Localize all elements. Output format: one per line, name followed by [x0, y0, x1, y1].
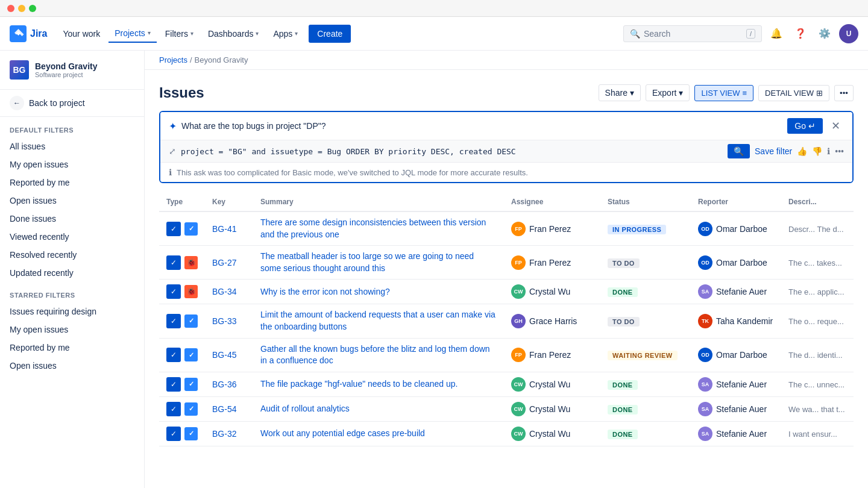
nav-dashboards[interactable]: Dashboards ▾ — [202, 25, 265, 42]
export-button[interactable]: Export ▾ — [646, 84, 690, 101]
nav-projects[interactable]: Projects ▾ — [108, 25, 157, 43]
breadcrumb-separator: / — [190, 55, 192, 64]
issue-key-link[interactable]: BG-54 — [212, 404, 236, 414]
table-row: ✓ ✓ BG-54 Audit of rollout analytics CW … — [159, 396, 854, 421]
search-slash-shortcut: / — [746, 29, 755, 39]
sidebar-item-starred-my-open-issues[interactable]: My open issues — [0, 321, 144, 339]
close-ai-button[interactable]: ✕ — [828, 118, 844, 134]
sidebar-project[interactable]: BG Beyond Gravity Software project — [0, 51, 144, 90]
jira-logo[interactable]: Jira — [10, 25, 47, 42]
description-preview: The d... identi... — [788, 351, 843, 360]
notifications-button[interactable]: 🔔 — [767, 24, 786, 43]
nav-apps[interactable]: Apps ▾ — [267, 25, 304, 42]
share-button[interactable]: Share ▾ — [599, 84, 641, 101]
sidebar-item-all-issues[interactable]: All issues — [0, 137, 144, 155]
row-checkbox[interactable]: ✓ — [166, 348, 181, 362]
back-to-project-button[interactable]: ← Back to project — [0, 90, 144, 117]
issues-table-body: ✓ ✓ BG-41 There are some design inconsis… — [159, 211, 854, 446]
issue-summary-link[interactable]: The meatball header is too large so we a… — [260, 251, 474, 273]
issue-key-link[interactable]: BG-32 — [212, 429, 236, 439]
create-button[interactable]: Create — [309, 25, 351, 43]
assignee-avatar: CW — [511, 377, 526, 392]
help-button[interactable]: ❓ — [791, 24, 810, 43]
breadcrumb-projects-link[interactable]: Projects — [159, 55, 187, 64]
jql-search-button[interactable]: 🔍 — [728, 144, 750, 158]
issue-summary-link[interactable]: Limit the amount of backend requests tha… — [260, 310, 495, 331]
issue-summary-link[interactable]: Audit of rollout analytics — [260, 404, 350, 413]
close-button-dot[interactable] — [7, 5, 14, 12]
minimize-button-dot[interactable] — [18, 5, 25, 12]
issue-key-link[interactable]: BG-36 — [212, 380, 236, 389]
jql-expand-icon[interactable]: ⤢ — [169, 146, 176, 156]
cell-assignee: FP Fran Perez — [504, 246, 600, 280]
assignee-name: Fran Perez — [529, 350, 571, 360]
issue-summary-link[interactable]: Why is the error icon not showing? — [260, 287, 390, 296]
issue-key-link[interactable]: BG-27 — [212, 258, 236, 267]
sidebar-item-reported-by-me[interactable]: Reported by me — [0, 174, 144, 192]
cell-summary: Gather all the known bugs before the bli… — [253, 338, 504, 372]
info-icon-action[interactable]: ℹ — [827, 146, 830, 156]
thumbs-down-icon[interactable]: 👎 — [812, 146, 822, 156]
row-checkbox[interactable]: ✓ — [166, 255, 181, 270]
description-preview: The c... takes... — [788, 258, 842, 267]
row-checkbox[interactable]: ✓ — [166, 314, 181, 328]
cell-type: ✓ 🐞 — [159, 246, 205, 280]
search-box[interactable]: 🔍 Search / — [623, 25, 762, 42]
row-checkbox[interactable]: ✓ — [166, 427, 181, 441]
cell-key: BG-36 — [205, 372, 253, 396]
maximize-button-dot[interactable] — [29, 5, 36, 12]
topbar-right: 🔍 Search / 🔔 ❓ ⚙️ U — [623, 24, 858, 43]
status-badge: WAITING REVIEW — [608, 351, 678, 360]
issue-summary-link[interactable]: Gather all the known bugs before the bli… — [260, 344, 490, 366]
reporter-avatar: SA — [698, 377, 712, 392]
user-avatar[interactable]: U — [839, 24, 858, 43]
nav-your-work[interactable]: Your work — [57, 25, 106, 42]
reporter-name: Taha Kandemir — [716, 316, 773, 326]
issue-summary-link[interactable]: Work out any potential edge cases pre-bu… — [260, 428, 425, 438]
issues-table: Type Key Summary Assignee Status Reporte… — [159, 193, 854, 446]
status-badge: DONE — [608, 380, 638, 390]
sidebar-item-done-issues[interactable]: Done issues — [0, 210, 144, 228]
sidebar-item-my-open-issues[interactable]: My open issues — [0, 155, 144, 174]
detail-view-button[interactable]: DETAIL VIEW ⊞ — [758, 85, 829, 101]
issue-key-link[interactable]: BG-45 — [212, 350, 236, 360]
cell-status: DONE — [600, 280, 691, 304]
cell-key: BG-45 — [205, 338, 253, 372]
sidebar-item-viewed-recently[interactable]: Viewed recently — [0, 228, 144, 246]
reporter-avatar: OD — [698, 348, 712, 362]
sidebar-item-updated-recently[interactable]: Updated recently — [0, 264, 144, 282]
issue-key-link[interactable]: BG-33 — [212, 316, 236, 326]
task-type-icon: ✓ — [184, 402, 198, 416]
thumbs-up-icon[interactable]: 👍 — [797, 146, 807, 156]
breadcrumb: Projects / Beyond Gravity — [145, 51, 868, 70]
row-checkbox[interactable]: ✓ — [166, 284, 181, 299]
list-view-button[interactable]: LIST VIEW ≡ — [694, 85, 753, 101]
cell-assignee: CW Crystal Wu — [504, 372, 600, 396]
row-checkbox[interactable]: ✓ — [166, 402, 181, 416]
issue-key-link[interactable]: BG-41 — [212, 224, 236, 234]
cell-description: The o... reque... — [781, 304, 854, 338]
sidebar-item-open-issues[interactable]: Open issues — [0, 192, 144, 210]
jql-input[interactable] — [181, 147, 723, 156]
description-preview: The c... unnec... — [788, 380, 844, 389]
row-checkbox[interactable]: ✓ — [166, 377, 181, 392]
more-actions-icon[interactable]: ••• — [835, 146, 844, 156]
settings-button[interactable]: ⚙️ — [815, 24, 834, 43]
sidebar-item-starred-reported-by-me[interactable]: Reported by me — [0, 339, 144, 357]
table-row: ✓ ✓ BG-45 Gather all the known bugs befo… — [159, 338, 854, 372]
save-filter-button[interactable]: Save filter — [755, 146, 792, 156]
nav-filters[interactable]: Filters ▾ — [159, 25, 200, 42]
bug-type-icon: 🐞 — [184, 285, 198, 298]
sidebar-item-resolved-recently[interactable]: Resolved recently — [0, 246, 144, 264]
sidebar-item-starred-open-issues[interactable]: Open issues — [0, 357, 144, 375]
issue-summary-link[interactable]: The file package "hgf-value" needs to be… — [260, 379, 458, 389]
cell-type: ✓ ✓ — [159, 372, 205, 396]
go-button[interactable]: Go ↵ — [787, 118, 823, 134]
more-options-button[interactable]: ••• — [834, 85, 854, 101]
issue-key-link[interactable]: BG-34 — [212, 287, 236, 296]
sidebar-item-issues-requiring-design[interactable]: Issues requiring design — [0, 302, 144, 321]
cell-status: WAITING REVIEW — [600, 338, 691, 372]
task-type-icon: ✓ — [184, 222, 198, 236]
row-checkbox[interactable]: ✓ — [166, 222, 181, 236]
issue-summary-link[interactable]: There are some design inconsistencies be… — [260, 217, 486, 239]
